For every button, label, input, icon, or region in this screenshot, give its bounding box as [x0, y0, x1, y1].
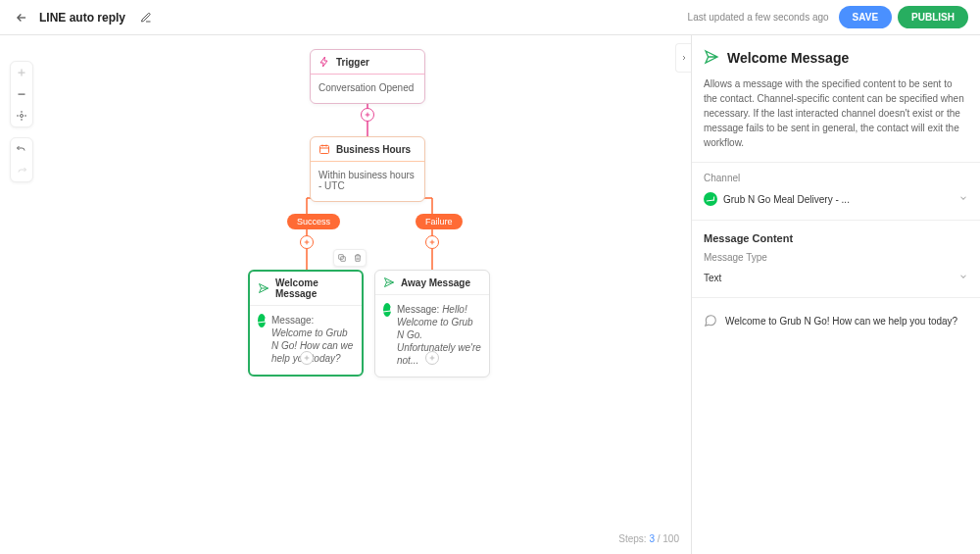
trigger-icon: [318, 56, 330, 68]
node-action-toolbar: [333, 249, 367, 267]
message-content-label: Message Content: [704, 232, 968, 244]
node-trigger-body: Conversation Opened: [318, 82, 414, 93]
node-away-title: Away Message: [401, 277, 470, 288]
panel-description: Allows a message with the specified cont…: [704, 76, 968, 150]
line-channel-icon: [704, 192, 717, 206]
properties-panel: Welcome Message Allows a message with th…: [691, 35, 980, 554]
node-away-msg-label: Message:: [397, 304, 442, 315]
node-trigger[interactable]: Trigger Conversation Opened: [310, 49, 425, 104]
send-icon: [704, 49, 719, 67]
add-step-failure-branch[interactable]: [425, 235, 439, 249]
save-button[interactable]: SAVE: [839, 6, 893, 28]
steps-counter: Steps: 3 / 100: [618, 533, 679, 544]
back-button[interactable]: [12, 8, 31, 27]
workflow-canvas[interactable]: Trigger Conversation Opened Business Hou…: [0, 35, 691, 554]
add-step-end-failure[interactable]: [425, 351, 439, 365]
send-icon: [383, 277, 395, 288]
node-bh-title: Business Hours: [336, 144, 411, 155]
message-type-selector[interactable]: Text: [704, 268, 968, 287]
panel-divider: [692, 297, 980, 298]
add-step-end-success[interactable]: [300, 351, 314, 365]
line-channel-icon: [258, 314, 266, 327]
calendar-icon: [318, 143, 330, 155]
panel-divider: [692, 220, 980, 221]
copy-node-button[interactable]: [334, 250, 350, 266]
message-preview-row[interactable]: Welcome to Grub N Go! How can we help yo…: [704, 308, 968, 333]
header-left: LINE auto reply: [12, 8, 155, 27]
chevron-down-icon: [958, 193, 968, 205]
panel-title: Welcome Message: [727, 50, 849, 66]
chat-bubble-icon: [704, 314, 717, 327]
node-bh-body: Within business hours - UTC: [318, 170, 416, 191]
message-type-value: Text: [704, 273, 953, 283]
send-icon: [258, 282, 270, 294]
publish-button[interactable]: PUBLISH: [898, 6, 968, 28]
panel-divider: [692, 162, 980, 163]
node-welcome-msg-label: Message:: [271, 315, 314, 326]
line-channel-icon: [383, 303, 391, 317]
channel-value: Grub N Go Meal Delivery - ...: [723, 194, 953, 205]
node-trigger-title: Trigger: [336, 57, 369, 68]
channel-field-label: Channel: [704, 173, 968, 183]
branch-success-pill: Success: [287, 214, 340, 229]
app-header: LINE auto reply Last updated a few secon…: [0, 0, 980, 35]
message-preview-text: Welcome to Grub N Go! How can we help yo…: [725, 316, 957, 327]
message-type-label: Message Type: [704, 252, 968, 263]
add-step-after-trigger[interactable]: [361, 108, 374, 122]
edit-title-button[interactable]: [137, 9, 155, 26]
add-step-success-branch[interactable]: [300, 235, 314, 249]
node-business-hours[interactable]: Business Hours Within business hours - U…: [310, 136, 425, 202]
node-welcome-title: Welcome Message: [275, 277, 354, 299]
delete-node-button[interactable]: [350, 250, 366, 266]
last-updated-text: Last updated a few seconds ago: [688, 12, 829, 23]
branch-failure-pill: Failure: [416, 214, 463, 229]
workflow-title: LINE auto reply: [39, 11, 125, 25]
channel-selector[interactable]: Grub N Go Meal Delivery - ...: [704, 188, 968, 210]
svg-rect-8: [320, 146, 329, 154]
chevron-down-icon: [958, 272, 968, 283]
